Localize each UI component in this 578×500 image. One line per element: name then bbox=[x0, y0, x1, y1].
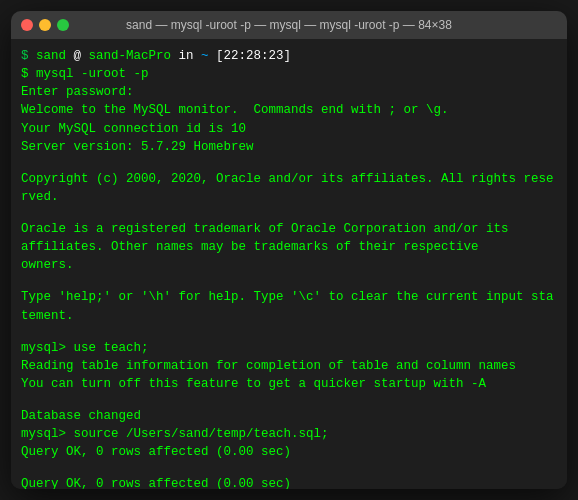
terminal-line bbox=[21, 274, 557, 288]
terminal-line: Type 'help;' or '\h' for help. Type '\c'… bbox=[21, 288, 557, 324]
maximize-button[interactable] bbox=[57, 19, 69, 31]
terminal-line: Query OK, 0 rows affected (0.00 sec) bbox=[21, 475, 557, 489]
terminal-line: mysql> use teach; bbox=[21, 339, 557, 357]
title-bar: sand — mysql -uroot -p — mysql — mysql -… bbox=[11, 11, 567, 39]
terminal-line bbox=[21, 156, 557, 170]
terminal-line: Query OK, 0 rows affected (0.00 sec) bbox=[21, 443, 557, 461]
terminal-window: sand — mysql -uroot -p — mysql — mysql -… bbox=[11, 11, 567, 489]
terminal-line: You can turn off this feature to get a q… bbox=[21, 375, 557, 393]
terminal-line: Oracle is a registered trademark of Orac… bbox=[21, 220, 557, 238]
close-button[interactable] bbox=[21, 19, 33, 31]
terminal-line bbox=[21, 393, 557, 407]
terminal-line: Reading table information for completion… bbox=[21, 357, 557, 375]
terminal-line: Your MySQL connection id is 10 bbox=[21, 120, 557, 138]
terminal-line: Server version: 5.7.29 Homebrew bbox=[21, 138, 557, 156]
traffic-lights bbox=[21, 19, 69, 31]
terminal-line: owners. bbox=[21, 256, 557, 274]
terminal-line: Copyright (c) 2000, 2020, Oracle and/or … bbox=[21, 170, 557, 206]
terminal-line bbox=[21, 461, 557, 475]
minimize-button[interactable] bbox=[39, 19, 51, 31]
terminal-line bbox=[21, 206, 557, 220]
terminal-line: Enter password: bbox=[21, 83, 557, 101]
terminal-line: affiliates. Other names may be trademark… bbox=[21, 238, 557, 256]
terminal-line: mysql> source /Users/sand/temp/teach.sql… bbox=[21, 425, 557, 443]
terminal-line: $ mysql -uroot -p bbox=[21, 65, 557, 83]
window-title: sand — mysql -uroot -p — mysql — mysql -… bbox=[126, 18, 452, 32]
terminal-line: Welcome to the MySQL monitor. Commands e… bbox=[21, 101, 557, 119]
terminal-line: Database changed bbox=[21, 407, 557, 425]
terminal-line bbox=[21, 325, 557, 339]
terminal-header: $ sand @ sand-MacPro in ~ [22:28:23] bbox=[21, 47, 557, 65]
terminal-body[interactable]: $ sand @ sand-MacPro in ~ [22:28:23]$ my… bbox=[11, 39, 567, 489]
